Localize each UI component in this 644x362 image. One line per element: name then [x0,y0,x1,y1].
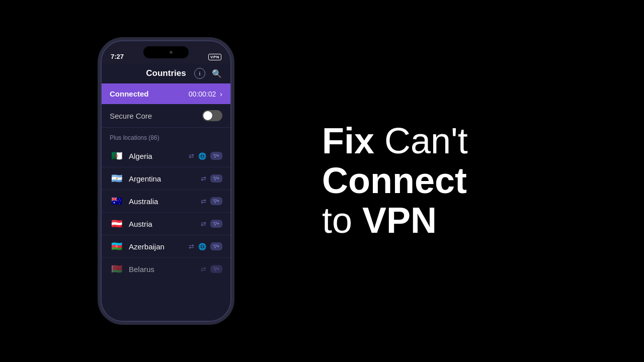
refresh-icon: ⇄ [189,243,194,250]
connection-timer: 00:00:02 [189,90,216,98]
nav-title: Countries [146,68,186,78]
plus-badge-text: ▽+ [213,153,219,158]
country-row[interactable]: 🇦🇿 Azerbaijan ⇄ 🌐 ▽+ [102,235,230,258]
dynamic-island [143,46,189,58]
azerbaijan-flag: 🇦🇿 [110,241,124,251]
country-icons-belarus: ⇄ ▽+ [201,265,222,273]
chevron-right-icon: › [220,90,222,98]
refresh-icon: ⇄ [201,198,206,205]
nav-icons: ℹ 🔍 [194,68,222,79]
camera-dot [170,51,173,54]
country-name-belarus: Belarus [129,265,196,274]
plus-badge-azerbaijan[interactable]: ▽+ [210,242,222,250]
globe-icon: 🌐 [198,152,206,160]
country-name-argentina: Argentina [129,174,196,183]
plus-badge-argentina[interactable]: ▽+ [210,174,222,183]
country-icons-australia: ⇄ ▽+ [201,197,222,205]
plus-badge-text: ▽+ [213,266,219,272]
headline-fix: Fix [322,121,374,161]
plus-badge-australia[interactable]: ▽+ [210,197,222,205]
country-row[interactable]: 🇦🇺 Australia ⇄ ▽+ [102,190,230,213]
country-icons-algeria: ⇄ 🌐 ▽+ [189,152,222,160]
country-row[interactable]: 🇦🇹 Austria ⇄ ▽+ [102,213,230,235]
search-icon[interactable]: 🔍 [211,68,222,79]
toggle-knob [203,111,212,120]
connected-right: 00:00:02 › [189,90,222,98]
plus-badge-belarus[interactable]: ▽+ [210,265,222,273]
country-name-austria: Austria [129,220,196,228]
plus-badge-text: ▽+ [213,176,219,181]
headline-text: Fix Can't Connect to VPN [322,121,614,241]
austria-flag: 🇦🇹 [110,219,124,229]
plus-badge-text: ▽+ [213,199,219,204]
plus-badge-algeria[interactable]: ▽+ [210,152,222,160]
country-name-algeria: Algeria [129,152,184,160]
refresh-icon: ⇄ [189,152,194,160]
plus-locations-label: Plus locations (86) [110,134,159,141]
plus-badge-text: ▽+ [213,221,219,226]
info-icon[interactable]: ℹ [194,68,205,79]
country-list: 🇩🇿 Algeria ⇄ 🌐 ▽+ 🇦🇷 Argentina [102,145,230,280]
globe-icon: 🌐 [198,243,206,250]
section-header: Plus locations (86) [102,128,230,145]
secure-core-toggle[interactable] [202,110,222,121]
connected-label: Connected [110,89,149,98]
headline-cant: Can't [374,121,468,161]
country-icons-argentina: ⇄ ▽+ [201,174,222,183]
vpn-badge: VPN [208,54,221,60]
phone-mockup: 7:27 VPN Countries ℹ 🔍 Connected [101,40,231,322]
country-icons-azerbaijan: ⇄ 🌐 ▽+ [189,242,222,250]
country-name-australia: Australia [129,197,196,206]
headline-line3: to VPN [322,201,614,241]
connected-row[interactable]: Connected 00:00:02 › [102,83,230,104]
country-row-partial: 🇧🇾 Belarus ⇄ ▽+ [102,258,230,280]
country-name-azerbaijan: Azerbaijan [129,242,184,251]
refresh-icon: ⇄ [201,175,206,183]
argentina-flag: 🇦🇷 [110,173,124,184]
headline-vpn: VPN [362,201,437,241]
country-row[interactable]: 🇩🇿 Algeria ⇄ 🌐 ▽+ [102,145,230,167]
country-icons-austria: ⇄ ▽+ [201,220,222,228]
status-time: 7:27 [111,53,124,60]
screen-content: Countries ℹ 🔍 Connected 00:00:02 › Secu [102,63,230,321]
headline-to: to [322,201,362,241]
secure-core-label: Secure Core [110,112,152,120]
secure-core-row: Secure Core [102,104,230,128]
australia-flag: 🇦🇺 [110,196,124,206]
algeria-flag: 🇩🇿 [110,151,124,161]
status-right: VPN [208,54,221,60]
refresh-icon: ⇄ [201,220,206,228]
phone-frame: 7:27 VPN Countries ℹ 🔍 Connected [101,40,231,322]
nav-bar: Countries ℹ 🔍 [102,63,230,83]
headline-line2: Connect [322,161,614,201]
belarus-flag: 🇧🇾 [110,264,124,274]
plus-badge-austria[interactable]: ▽+ [210,220,222,228]
country-row[interactable]: 🇦🇷 Argentina ⇄ ▽+ [102,167,230,190]
headline-line1: Fix Can't [322,121,614,161]
refresh-icon: ⇄ [201,265,206,273]
plus-badge-text: ▽+ [213,244,219,249]
headline-connect: Connect [322,160,467,201]
